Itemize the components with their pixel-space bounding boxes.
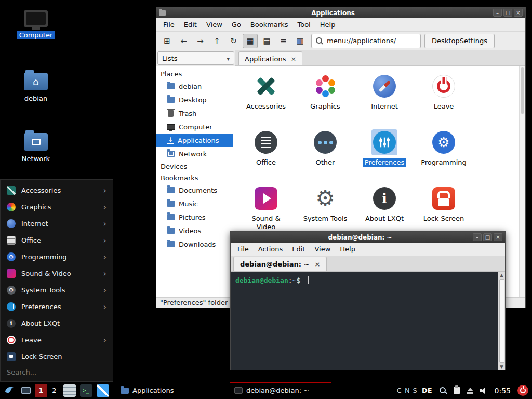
sidebar-item-debian[interactable]: debian [156,79,233,93]
menu-item-accessories[interactable]: Accessories [1,182,113,198]
power-button[interactable] [517,385,528,396]
close-button[interactable] [514,9,523,17]
magnifier-tray-icon[interactable] [439,387,447,395]
keyboard-indicator[interactable]: C N S DE [397,387,432,394]
detailed-view-button[interactable] [292,34,308,48]
menu-item-about-lxqt[interactable]: About LXQt [1,315,113,331]
menu-item-programming[interactable]: Programming [1,248,113,265]
compact-view-button[interactable] [276,34,291,48]
sidebar-item-videos[interactable]: Videos [156,224,233,237]
desktop-icon-debian[interactable]: debian [7,73,64,103]
menu-help[interactable]: Help [315,20,340,30]
app-item-preferences[interactable]: Preferences [355,129,414,185]
terminal-titlebar[interactable]: debian@debian: ~ [231,232,505,243]
sound-video-icon [255,187,277,210]
volume-tray-icon[interactable] [480,387,488,395]
menu-edit[interactable]: Edit [287,244,310,254]
maximize-button[interactable] [483,233,492,241]
menu-actions[interactable]: Actions [254,244,288,254]
forward-button[interactable] [193,34,208,48]
clipboard-tray-icon[interactable] [454,387,460,394]
fm-titlebar[interactable]: Applications [156,7,525,18]
office-icon [255,131,277,154]
sidebar-item-label: Computer [179,123,212,131]
maximize-button[interactable] [503,9,512,17]
app-item-graphics[interactable]: Graphics [296,73,355,129]
desktop-icon-computer[interactable]: Computer [7,10,64,39]
sidebar-mode-dropdown[interactable]: Lists [157,51,234,65]
terminal-tab[interactable]: debian@debian: ~ [233,257,327,271]
task-button-terminal[interactable]: debian@debian: ~ [230,382,331,399]
path-bar[interactable]: menu://applications/ [311,34,421,48]
back-button[interactable] [176,34,191,48]
menu-item-system-tools[interactable]: System Tools [1,282,113,298]
sidebar-item-downloads[interactable]: Downloads [156,237,233,251]
scroll-up-icon[interactable]: ▲ [500,272,503,278]
task-button-applications[interactable]: Applications [116,382,199,399]
sidebar-item-desktop[interactable]: Desktop [156,93,233,107]
sidebar-item-network[interactable]: Network [156,147,233,161]
terminal-icon [234,387,243,394]
start-menu-button[interactable] [2,383,17,398]
desktop-settings-button[interactable]: DesktopSettings [424,34,495,48]
up-button[interactable] [209,34,224,48]
show-desktop-button[interactable] [18,383,33,398]
menu-view[interactable]: View [202,20,227,30]
app-item-programming[interactable]: Programming [414,129,473,185]
menu-item-office[interactable]: Office [1,232,113,248]
terminal-scrollbar[interactable]: ▲ ▼ [498,272,505,370]
sidebar-item-trash[interactable]: Trash [156,107,233,120]
menu-help[interactable]: Help [335,244,360,254]
sidebar-item-music[interactable]: Music [156,197,233,210]
task-label: debian@debian: ~ [246,387,309,394]
quicklaunch-notes-button[interactable] [62,383,77,398]
desktop-icon-network[interactable]: Network [7,133,64,163]
menu-item-graphics[interactable]: Graphics [1,198,113,215]
menu-file[interactable]: File [158,20,179,30]
app-item-leave[interactable]: Leave [414,73,473,129]
menu-item-leave[interactable]: Leave [1,331,113,348]
new-tab-button[interactable] [159,34,175,48]
scroll-down-icon[interactable]: ▼ [500,363,503,370]
removable-media-tray-icon[interactable] [466,387,474,395]
app-item-office[interactable]: Office [236,129,296,185]
menu-item-lock-screen[interactable]: Lock Screen [1,348,113,365]
sidebar-item-applications[interactable]: Applications [156,134,233,147]
workspace-2-button[interactable]: 2 [48,384,60,397]
menu-search-input[interactable] [7,368,107,376]
icon-view-button[interactable] [243,34,258,48]
clock[interactable]: 0:55 [495,387,511,395]
tab-close-button[interactable] [290,55,296,63]
menu-item-preferences[interactable]: Preferences [1,298,113,315]
menu-item-sound-video[interactable]: Sound & Video [1,265,113,282]
menu-view[interactable]: View [310,244,335,254]
tab-applications[interactable]: Applications [238,51,302,65]
menu-tool[interactable]: Tool [292,20,315,30]
app-item-internet[interactable]: Internet [355,73,414,129]
close-button[interactable] [494,233,502,241]
scrollbar-thumb[interactable] [499,279,504,363]
quicklaunch-editor-button[interactable] [95,383,110,398]
menu-bookmarks[interactable]: Bookmarks [246,20,293,30]
sidebar-item-computer[interactable]: Computer [156,120,233,134]
menu-edit[interactable]: Edit [179,20,202,30]
thumbnail-view-button[interactable] [259,34,274,48]
menu-file[interactable]: File [233,244,254,254]
minimize-button[interactable] [473,233,482,241]
sidebar-item-pictures[interactable]: Pictures [156,210,233,224]
tab-close-button[interactable] [314,260,320,268]
menu-item-internet[interactable]: Internet [1,215,113,232]
terminal-content[interactable]: debian@debian:~$ [231,272,498,370]
reload-button[interactable] [226,34,241,48]
menu-go[interactable]: Go [227,20,246,30]
desktop-icon [21,387,31,394]
quicklaunch-terminal-button[interactable] [78,383,94,398]
app-item-other[interactable]: Other [296,129,355,185]
num-indicator: N [405,387,410,394]
workspace-1-button[interactable]: 1 [35,384,47,397]
fm-scrollbar[interactable] [519,66,525,297]
sidebar-item-documents[interactable]: Documents [156,183,233,197]
minimize-button[interactable] [493,9,502,17]
app-item-accessories[interactable]: Accessories [236,73,296,129]
scrollbar-thumb[interactable] [521,67,524,114]
